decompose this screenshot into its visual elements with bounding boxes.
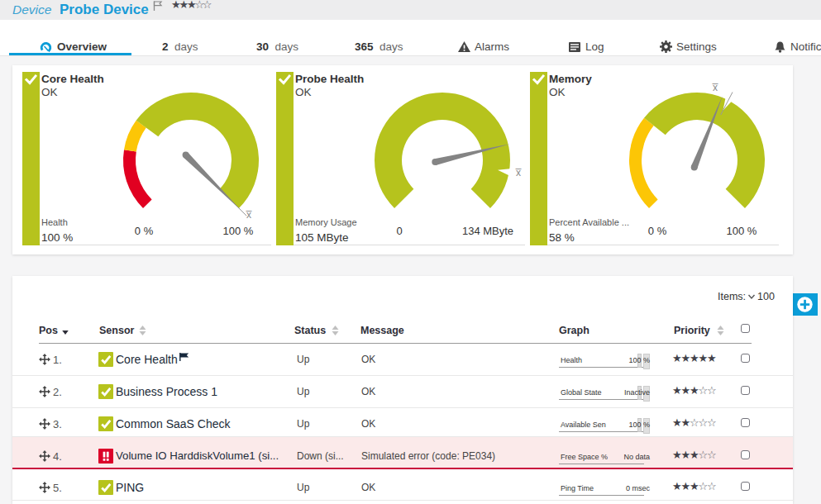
svg-text:x̅: x̅: [712, 82, 718, 93]
svg-text:x̅: x̅: [515, 167, 522, 178]
svg-text:x̅: x̅: [246, 209, 252, 221]
